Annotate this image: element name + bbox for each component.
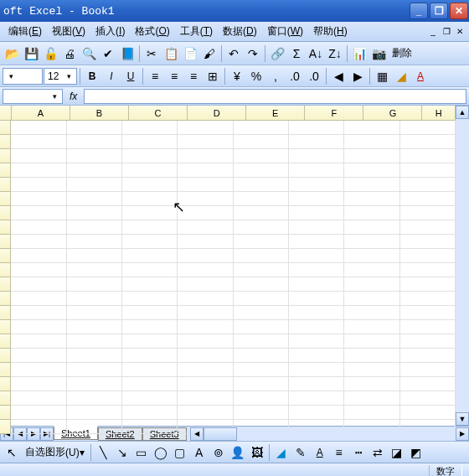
cell[interactable] xyxy=(400,163,456,177)
cell[interactable] xyxy=(289,349,344,362)
cell[interactable] xyxy=(122,178,178,191)
cell[interactable] xyxy=(234,220,289,234)
doc-minimize-button[interactable]: _ xyxy=(427,27,439,37)
shadow-icon[interactable]: ◪ xyxy=(388,443,406,462)
cell[interactable] xyxy=(67,349,122,362)
cell[interactable] xyxy=(11,163,66,177)
cell[interactable] xyxy=(178,334,233,348)
row-header[interactable] xyxy=(0,363,11,377)
cell[interactable] xyxy=(400,349,456,362)
3d-icon[interactable]: ◩ xyxy=(407,443,425,462)
camera-icon[interactable]: 📷 xyxy=(369,44,388,63)
cell[interactable] xyxy=(400,363,456,376)
arrow-icon[interactable]: ↘ xyxy=(113,443,131,462)
line-color-icon[interactable]: ✎ xyxy=(291,443,310,462)
dash-style-icon[interactable]: ┅ xyxy=(349,443,368,462)
cell[interactable] xyxy=(234,206,289,220)
vertical-scrollbar[interactable]: ▲ ▼ xyxy=(456,106,469,426)
col-header-A[interactable]: A xyxy=(12,106,70,120)
cell[interactable] xyxy=(122,235,178,248)
font-selector[interactable]: ▾ xyxy=(3,68,43,85)
cell[interactable] xyxy=(67,320,122,334)
row-header[interactable] xyxy=(0,121,11,135)
menu-help[interactable]: 帮助(H) xyxy=(308,23,353,40)
cell[interactable] xyxy=(289,320,344,334)
cell[interactable] xyxy=(400,263,456,277)
percent-icon[interactable]: % xyxy=(247,67,265,85)
cell[interactable] xyxy=(178,391,233,405)
menu-window[interactable]: 窗口(W) xyxy=(262,23,308,40)
cell[interactable] xyxy=(11,121,66,134)
cell[interactable] xyxy=(11,406,66,419)
cell[interactable] xyxy=(344,391,399,405)
cell[interactable] xyxy=(344,263,399,277)
cell[interactable] xyxy=(11,349,66,362)
cell[interactable] xyxy=(344,121,399,134)
format-painter-icon[interactable]: 🖌 xyxy=(200,44,219,63)
cell[interactable] xyxy=(178,121,233,134)
cell[interactable] xyxy=(289,163,344,177)
comma-style-icon[interactable]: , xyxy=(266,67,285,85)
doc-close-button[interactable]: ✕ xyxy=(454,27,466,37)
cell[interactable] xyxy=(178,363,233,376)
cell[interactable] xyxy=(400,391,456,405)
align-center-icon[interactable]: ≡ xyxy=(165,67,183,85)
cell[interactable] xyxy=(234,306,289,319)
font-color-icon[interactable]: A xyxy=(411,67,430,85)
minimize-button[interactable]: _ xyxy=(410,3,428,19)
cell[interactable] xyxy=(11,277,66,291)
cell[interactable] xyxy=(344,306,399,319)
cell[interactable] xyxy=(178,249,233,262)
cell[interactable] xyxy=(234,249,289,262)
col-header-H[interactable]: H xyxy=(422,106,456,120)
cell[interactable] xyxy=(400,135,456,148)
row-header[interactable] xyxy=(0,420,11,434)
cell[interactable] xyxy=(122,192,178,205)
cell[interactable] xyxy=(344,277,399,291)
row-header[interactable] xyxy=(0,391,11,406)
row-header[interactable] xyxy=(0,235,11,249)
cell[interactable] xyxy=(344,135,399,148)
fill-color-draw-icon[interactable]: ◢ xyxy=(272,443,291,462)
cell[interactable] xyxy=(67,178,122,191)
row-header[interactable] xyxy=(0,149,11,163)
diagram-icon[interactable]: ⊚ xyxy=(209,443,228,462)
cell[interactable] xyxy=(400,249,456,262)
cell[interactable] xyxy=(344,206,399,220)
cell[interactable] xyxy=(122,349,178,362)
cell[interactable] xyxy=(234,320,289,334)
cell[interactable] xyxy=(122,377,178,391)
cell[interactable] xyxy=(289,178,344,191)
cell[interactable] xyxy=(344,220,399,234)
scroll-down-button[interactable]: ▼ xyxy=(456,412,469,426)
cell[interactable] xyxy=(11,220,66,234)
chart-wizard-icon[interactable]: 📊 xyxy=(350,44,368,63)
cell[interactable] xyxy=(178,263,233,277)
bold-button[interactable]: B xyxy=(83,67,101,85)
autosum-icon[interactable]: Σ xyxy=(287,44,306,63)
cell[interactable] xyxy=(178,277,233,291)
arrow-style-icon[interactable]: ⇄ xyxy=(368,443,387,462)
cell[interactable] xyxy=(11,420,66,433)
col-header-C[interactable]: C xyxy=(129,106,188,120)
cell[interactable] xyxy=(289,121,344,134)
cell[interactable] xyxy=(178,178,233,191)
align-right-icon[interactable]: ≡ xyxy=(184,67,203,85)
autoshapes-menu[interactable]: 自选图形(U)▾ xyxy=(22,445,88,459)
align-left-icon[interactable]: ≡ xyxy=(146,67,164,85)
select-all-corner[interactable] xyxy=(0,106,12,121)
cell[interactable] xyxy=(400,121,456,134)
col-header-F[interactable]: F xyxy=(305,106,363,120)
cell[interactable] xyxy=(11,206,66,220)
row-header[interactable] xyxy=(0,178,11,192)
cell[interactable] xyxy=(11,135,66,148)
cell[interactable] xyxy=(67,163,122,177)
row-header[interactable] xyxy=(0,349,11,363)
cell[interactable] xyxy=(67,135,122,148)
row-header[interactable] xyxy=(0,220,11,235)
cell[interactable] xyxy=(400,206,456,220)
col-header-E[interactable]: E xyxy=(246,106,305,120)
menu-insert[interactable]: 插入(I) xyxy=(90,23,130,40)
cell[interactable] xyxy=(234,349,289,362)
font-color-draw-icon[interactable]: A xyxy=(311,443,329,462)
